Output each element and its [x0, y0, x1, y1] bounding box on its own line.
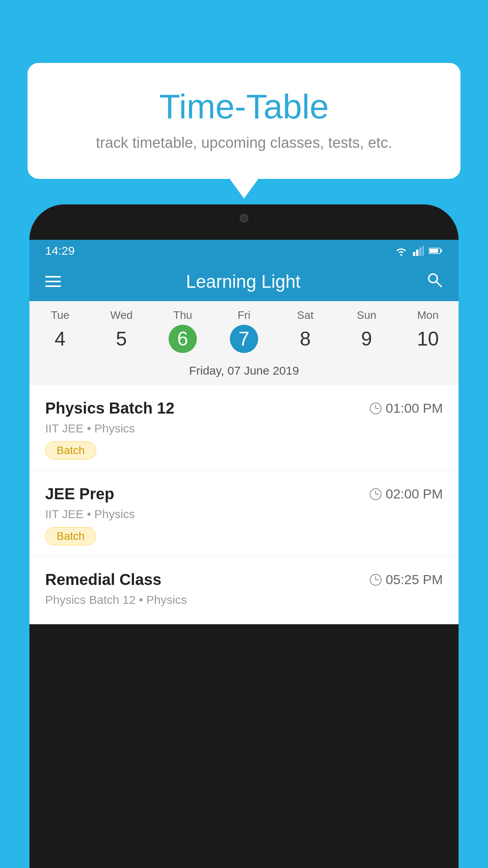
schedule-subject: Physics Batch 12 • Physics: [45, 593, 443, 607]
wifi-icon: [394, 246, 408, 256]
svg-rect-6: [429, 249, 438, 253]
calendar-day-7[interactable]: Fri 7: [213, 309, 275, 356]
svg-rect-0: [413, 252, 415, 256]
phone-camera: [240, 214, 248, 223]
calendar-day-8[interactable]: Sat 8: [275, 309, 336, 356]
schedule-time: 02:00 PM: [370, 486, 443, 502]
schedule-item-1[interactable]: JEE Prep 02:00 PM IIT JEE • Physics Batc…: [29, 471, 459, 557]
schedule-title: Physics Batch 12: [45, 399, 174, 417]
clock-icon: [370, 574, 382, 586]
calendar-day-10[interactable]: Mon 10: [397, 309, 459, 356]
status-bar: 14:29: [29, 240, 459, 262]
calendar-day-9[interactable]: Sun 9: [336, 309, 397, 356]
schedule-title: Remedial Class: [45, 571, 161, 588]
svg-rect-1: [416, 250, 418, 256]
schedule-time: 05:25 PM: [370, 572, 443, 587]
speech-bubble-card: Time-Table track timetable, upcoming cla…: [28, 63, 460, 179]
svg-rect-3: [422, 246, 424, 256]
battery-icon: [429, 246, 443, 256]
signal-icon: [413, 246, 424, 256]
calendar-day-6[interactable]: Thu 6: [152, 309, 213, 356]
calendar-section: Tue 4 Wed 5 Thu 6 Fri 7 Sat 8 Sun 9 Mon …: [29, 301, 459, 385]
svg-rect-2: [419, 247, 422, 256]
svg-line-8: [436, 281, 441, 287]
svg-rect-5: [440, 250, 442, 252]
schedule-item-2[interactable]: Remedial Class 05:25 PM Physics Batch 12…: [29, 557, 459, 624]
schedule-item-0[interactable]: Physics Batch 12 01:00 PM IIT JEE • Phys…: [29, 385, 459, 471]
schedule-time: 01:00 PM: [370, 401, 443, 416]
day-headers: Tue 4 Wed 5 Thu 6 Fri 7 Sat 8 Sun 9 Mon …: [29, 301, 459, 360]
page-title: Time-Table: [51, 86, 437, 127]
phone-top-bar: [29, 204, 459, 240]
status-icons: [394, 246, 443, 256]
schedule-list: Physics Batch 12 01:00 PM IIT JEE • Phys…: [29, 385, 459, 624]
app-title: Learning Light: [75, 271, 411, 292]
search-button[interactable]: [426, 271, 443, 292]
phone-frame: 14:29: [29, 204, 459, 868]
status-time: 14:29: [45, 244, 75, 257]
batch-tag: Batch: [45, 441, 96, 460]
clock-icon: [370, 488, 382, 500]
schedule-title: JEE Prep: [45, 485, 114, 503]
schedule-subject: IIT JEE • Physics: [45, 422, 443, 435]
calendar-day-4[interactable]: Tue 4: [29, 309, 91, 356]
phone-screen: 14:29: [29, 240, 459, 624]
page-subtitle: track timetable, upcoming classes, tests…: [51, 134, 437, 151]
app-header: Learning Light: [29, 262, 459, 301]
selected-date-label: Friday, 07 June 2019: [29, 360, 459, 385]
schedule-subject: IIT JEE • Physics: [45, 508, 443, 521]
calendar-day-5[interactable]: Wed 5: [91, 309, 152, 356]
hamburger-menu-icon[interactable]: [45, 276, 61, 287]
batch-tag: Batch: [45, 527, 96, 545]
clock-icon: [370, 403, 382, 414]
